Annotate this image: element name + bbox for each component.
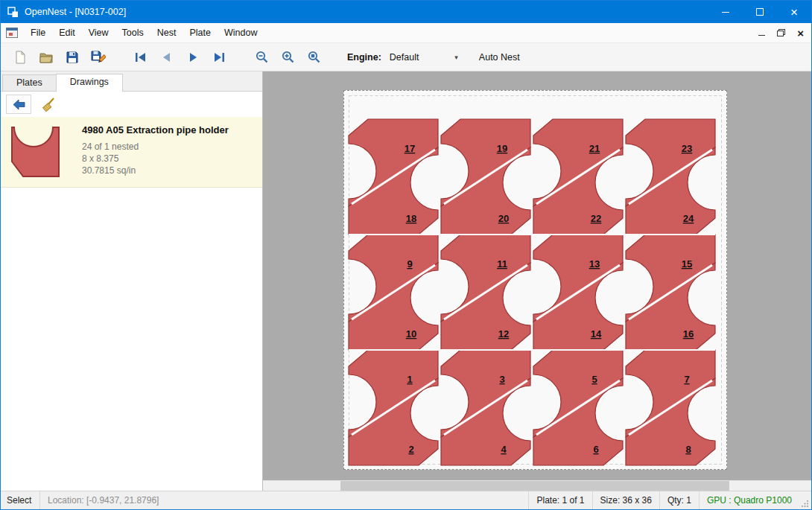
nested-part-pair[interactable]: 1314 (533, 235, 623, 350)
import-arrow-icon (12, 98, 26, 112)
menu-item-plate[interactable]: Plate (183, 24, 218, 42)
nested-part-pair[interactable]: 910 (349, 235, 438, 350)
nav-last-icon (212, 51, 226, 64)
part-number: 8 (685, 444, 691, 455)
broom-icon (42, 97, 57, 112)
save-button[interactable] (60, 46, 84, 68)
drawing-item-text: 4980 A05 Extraction pipe holder 24 of 1 … (82, 123, 229, 179)
status-bar: Select Location: [-0.9437, 21.8796] Plat… (1, 491, 811, 509)
window-title: OpenNest - [N0317-002] (25, 7, 126, 17)
status-location: Location: [-0.9437, 21.8796] (40, 491, 528, 509)
part-number: 22 (591, 213, 601, 224)
open-folder-icon (39, 50, 54, 65)
minimize-button[interactable] (708, 1, 743, 23)
nested-part-pair[interactable]: 2122 (533, 119, 623, 235)
zoom-out-button[interactable] (250, 46, 273, 68)
nested-part-pair[interactable]: 1112 (441, 235, 530, 350)
maximize-button[interactable] (743, 1, 777, 23)
part-number: 18 (406, 213, 416, 224)
resize-grip[interactable] (799, 491, 811, 509)
sidebar-empty-space (1, 188, 262, 491)
save-as-button[interactable] (86, 46, 110, 68)
main-area: Plates Drawings (1, 71, 811, 491)
part-number: 17 (405, 143, 415, 154)
nested-part-pair[interactable]: 78 (626, 350, 715, 465)
part-number: 3 (499, 374, 504, 385)
part-number: 11 (497, 258, 507, 270)
title-bar: OpenNest - [N0317-002] × (1, 1, 811, 23)
engine-dropdown[interactable]: Default ▾ (387, 50, 461, 65)
maximize-icon (756, 8, 764, 16)
status-size: Size: 36 x 36 (593, 491, 659, 509)
part-number: 14 (591, 328, 602, 340)
close-button[interactable]: × (777, 1, 811, 23)
close-icon: × (790, 6, 798, 19)
part-number: 6 (593, 444, 598, 455)
part-number: 24 (683, 213, 694, 224)
menu-item-window[interactable]: Window (218, 24, 264, 42)
nested-part-pair[interactable]: 34 (441, 350, 530, 465)
part-number: 19 (497, 143, 507, 154)
import-drawing-button[interactable] (6, 95, 31, 114)
part-number: 20 (498, 213, 509, 224)
drawing-size: 8 x 8.375 (82, 153, 229, 165)
plate-canvas[interactable]: 171819202122232491011121314151612345678 (263, 71, 811, 491)
part-number: 9 (407, 258, 412, 270)
minimize-icon (722, 12, 729, 13)
menu-item-nest[interactable]: Nest (150, 24, 183, 42)
drawings-toolbar (1, 92, 262, 117)
zoom-fit-icon (307, 50, 321, 64)
sidebar-tabstrip: Plates Drawings (1, 71, 262, 92)
nested-part-pair[interactable]: 12 (349, 350, 438, 465)
nested-part-pair[interactable]: 1718 (349, 119, 438, 235)
first-plate-button[interactable] (129, 46, 153, 68)
clear-drawings-button[interactable] (37, 95, 62, 114)
menu-item-file[interactable]: File (24, 24, 52, 42)
part-number: 16 (683, 328, 694, 340)
menu-item-view[interactable]: View (82, 24, 115, 42)
plate-sheet: 171819202122232491011121314151612345678 (343, 90, 727, 470)
previous-plate-button[interactable] (155, 46, 179, 68)
status-mode: Select (1, 491, 39, 509)
tab-drawings[interactable]: Drawings (56, 74, 123, 92)
part-number: 13 (589, 258, 600, 270)
engine-label: Engine: (347, 52, 381, 63)
save-icon (66, 51, 79, 64)
save-edit-icon (91, 50, 106, 65)
menu-item-tools[interactable]: Tools (115, 24, 150, 42)
nested-part-pair[interactable]: 1516 (626, 235, 715, 350)
chevron-down-icon: ▾ (454, 54, 458, 61)
part-number: 10 (406, 328, 416, 340)
zoom-in-button[interactable] (276, 46, 299, 68)
scrollbar-thumb[interactable] (340, 481, 729, 491)
part-number: 5 (591, 374, 597, 385)
drawing-nested-count: 24 of 1 nested (82, 141, 229, 153)
zoom-fit-button[interactable] (302, 46, 326, 68)
mdi-restore-icon[interactable] (777, 29, 785, 36)
nested-part-pair[interactable]: 56 (533, 350, 623, 465)
mdi-minimize-icon[interactable] (758, 35, 765, 36)
nested-part-pair[interactable]: 2324 (626, 119, 715, 235)
menu-item-edit[interactable]: Edit (52, 24, 82, 42)
menu-bar: File Edit View Tools Nest Plate Window × (1, 23, 811, 43)
part-number: 23 (682, 143, 692, 154)
zoom-in-icon (281, 50, 295, 64)
drawing-title: 4980 A05 Extraction pipe holder (82, 124, 229, 136)
mdi-window-controls: × (758, 28, 804, 39)
part-number: 15 (682, 258, 692, 270)
auto-nest-button[interactable]: Auto Nest (479, 52, 520, 63)
last-plate-button[interactable] (207, 46, 231, 68)
nest-svg: 171819202122232491011121314151612345678 (344, 91, 726, 469)
mdi-close-icon[interactable]: × (797, 28, 804, 39)
app-icon (7, 7, 19, 18)
drawing-list-item[interactable]: 4980 A05 Extraction pipe holder 24 of 1 … (1, 117, 262, 188)
next-plate-button[interactable] (181, 46, 205, 68)
tab-plates[interactable]: Plates (2, 74, 57, 91)
new-button[interactable] (8, 46, 32, 68)
horizontal-scrollbar[interactable] (263, 480, 811, 491)
drawing-area: 30.7815 sq/in (82, 165, 229, 176)
part-number: 1 (407, 374, 412, 385)
nested-part-pair[interactable]: 1920 (441, 119, 530, 235)
part-number: 2 (408, 444, 413, 455)
open-button[interactable] (34, 46, 58, 68)
